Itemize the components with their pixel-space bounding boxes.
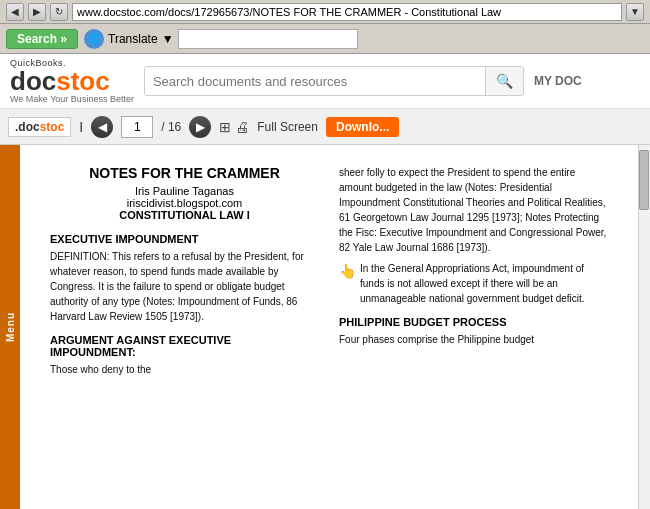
doc-right-column: sheer folly to expect the President to s… (339, 165, 608, 489)
total-pages-label: / 16 (161, 120, 181, 134)
fullscreen-button[interactable]: Full Screen (257, 120, 318, 134)
section2-title: ARGUMENT AGAINST EXECUTIVE IMPOUNDMENT: (50, 334, 319, 358)
my-doc-button[interactable]: MY DOC (534, 74, 582, 88)
translate-area: 🌐 Translate ▼ (84, 29, 357, 49)
search-input[interactable] (145, 68, 485, 95)
document-title: NOTES FOR THE CRAMMER (50, 165, 319, 181)
search-button[interactable]: Search » (6, 29, 78, 49)
browser-refresh-button[interactable]: ↻ (50, 3, 68, 21)
download-button[interactable]: Downlo... (326, 117, 399, 137)
right-para2: 👆 In the General Appropriations Act, imp… (339, 261, 608, 306)
translate-label: Translate (108, 32, 158, 46)
browser-url-input[interactable] (72, 3, 622, 21)
toolbar-icons-area: ⊞ 🖨 (219, 119, 249, 135)
browser-toolbar: Search » 🌐 Translate ▼ (0, 24, 650, 54)
document-blog: iriscidivist.blogspot.com (50, 197, 319, 209)
search-icon-button[interactable]: 🔍 (485, 67, 523, 95)
translate-input[interactable] (178, 29, 358, 49)
hand-cursor-icon: 👆 (339, 261, 356, 282)
main-content-area: Menu NOTES FOR THE CRAMMER Iris Pauline … (0, 145, 650, 509)
translate-arrow: ▼ (162, 32, 174, 46)
section1-body: DEFINITION: This refers to a refusal by … (50, 249, 319, 324)
document-author: Iris Pauline Taganas (50, 185, 319, 197)
browser-dropdown-button[interactable]: ▼ (626, 3, 644, 21)
logo-stoc-part: stoc (56, 66, 109, 96)
doc-mini-logo-stoc: stoc (40, 120, 65, 134)
logo-doc-part: doc (10, 66, 56, 96)
translate-icon: 🌐 (84, 29, 104, 49)
side-menu-tab[interactable]: Menu (0, 145, 20, 509)
document-content: NOTES FOR THE CRAMMER Iris Pauline Tagan… (20, 145, 638, 509)
logo-area: QuickBooks. docstoc We Make Your Busines… (10, 58, 134, 104)
section3-body: Four phases comprise the Philippine budg… (339, 332, 608, 347)
page-number-input[interactable] (121, 116, 153, 138)
next-page-button[interactable]: ▶ (189, 116, 211, 138)
cursor-icon: I (79, 119, 83, 135)
section2-body: Those who deny to the (50, 362, 319, 377)
docstoc-logo: docstoc (10, 68, 134, 94)
browser-chrome: ◀ ▶ ↻ ▼ (0, 0, 650, 24)
prev-page-button[interactable]: ◀ (91, 116, 113, 138)
doc-toolbar: .docstoc I ◀ / 16 ▶ ⊞ 🖨 Full Screen Down… (0, 109, 650, 145)
docstoc-header: QuickBooks. docstoc We Make Your Busines… (0, 54, 650, 109)
section1-title: EXECUTIVE IMPOUNDMENT (50, 233, 319, 245)
document-subject: CONSTITUTIONAL LAW I (50, 209, 319, 221)
scrollbar-thumb[interactable] (639, 150, 649, 210)
tagline-text: We Make Your Business Better (10, 94, 134, 104)
browser-back-button[interactable]: ◀ (6, 3, 24, 21)
side-menu-label: Menu (5, 312, 16, 342)
grid-icon[interactable]: ⊞ (219, 119, 231, 135)
scrollbar-vertical[interactable] (638, 145, 650, 509)
browser-forward-button[interactable]: ▶ (28, 3, 46, 21)
print-icon[interactable]: 🖨 (235, 119, 249, 135)
doc-mini-logo: .docstoc (8, 117, 71, 137)
section3-title: PHILIPPINE BUDGET PROCESS (339, 316, 608, 328)
doc-left-column: NOTES FOR THE CRAMMER Iris Pauline Tagan… (50, 165, 319, 489)
header-search-area[interactable]: 🔍 (144, 66, 524, 96)
right-para1: sheer folly to expect the President to s… (339, 165, 608, 255)
